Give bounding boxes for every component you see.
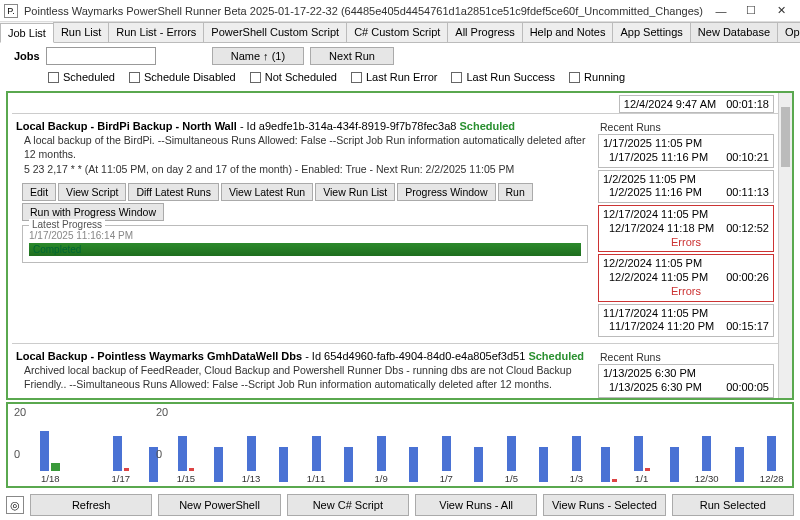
recent-run-item[interactable]: 1/2/2025 11:05 PM1/2/2025 11:16 PM00:11:… [598, 170, 774, 204]
tab-c-custom-script[interactable]: C# Custom Script [346, 22, 448, 42]
filter-last-run-success[interactable]: Last Run Success [451, 71, 555, 83]
chart-bar [113, 436, 122, 471]
chart-column [269, 432, 298, 484]
new-c-script-button[interactable]: New C# Script [287, 494, 409, 516]
chart-bar [442, 436, 451, 471]
chart-bar [612, 479, 617, 482]
chart-bar [409, 447, 418, 482]
edit-button[interactable]: Edit [22, 183, 56, 201]
prev-run-duration: 00:01:18 [726, 98, 769, 110]
tab-run-list-errors[interactable]: Run List - Errors [108, 22, 204, 42]
bottom-action-bar: ◎ RefreshNew PowerShellNew C# ScriptView… [0, 490, 800, 520]
filter-schedule-disabled[interactable]: Schedule Disabled [129, 71, 236, 83]
chart-bar [124, 468, 129, 471]
tab-job-list[interactable]: Job List [0, 23, 54, 43]
chart-x-label: 1/11 [307, 473, 326, 484]
chart-column: 1/11 [302, 421, 331, 484]
chart-column [725, 432, 754, 484]
job-button-row: EditView ScriptDiff Latest RunsView Late… [22, 183, 592, 221]
app-icon: P. [4, 4, 18, 18]
recent-runs-header: Recent Runs [598, 120, 774, 134]
view-runs-selected-button[interactable]: View Runs - Selected [543, 494, 665, 516]
chart-bar [40, 431, 49, 471]
tab-run-list[interactable]: Run List [53, 22, 109, 42]
tab-help-and-notes[interactable]: Help and Notes [522, 22, 614, 42]
screenshot-icon[interactable]: ◎ [6, 496, 24, 514]
run-button[interactable]: Run [498, 183, 533, 201]
job-schedule: 5 23 2,17 * * (At 11:05 PM, on day 2 and… [24, 163, 592, 177]
chart-yticks-left: 200 [14, 406, 26, 460]
jobs-filter-input[interactable] [46, 47, 156, 65]
job-id: - Id 654d4960-fafb-4904-84d0-e4a805ef3d5… [302, 350, 525, 362]
chart-bar [670, 447, 679, 482]
chart-column: 1/15 [172, 421, 201, 484]
chart-bar [702, 436, 711, 471]
new-database-button[interactable]: New Database [690, 22, 778, 42]
recent-run-item[interactable]: 1/17/2025 11:05 PM1/17/2025 11:16 PM00:1… [598, 134, 774, 168]
diff-latest-runs-button[interactable]: Diff Latest Runs [128, 183, 219, 201]
recent-runs-header: Recent Runs [598, 350, 774, 364]
tab-powershell-custom-script[interactable]: PowerShell Custom Script [203, 22, 347, 42]
filter-scheduled[interactable]: Scheduled [48, 71, 115, 83]
view-runs-all-button[interactable]: View Runs - All [415, 494, 537, 516]
job-id: - Id a9edfe1b-314a-434f-8919-9f7b78fec3a… [237, 120, 457, 132]
sort-button[interactable]: Name ↑ (1) [212, 47, 304, 65]
filter-not-scheduled[interactable]: Not Scheduled [250, 71, 337, 83]
chart-bar [51, 463, 60, 471]
recent-run-item[interactable]: 12/2/2024 11:05 PM12/2/2024 11:05 PM00:0… [598, 254, 774, 301]
recent-run-item[interactable]: 12/17/2024 11:05 PM12/17/2024 11:18 PM00… [598, 205, 774, 252]
chart-column [204, 432, 233, 484]
view-run-list-button[interactable]: View Run List [315, 183, 395, 201]
tab-app-settings[interactable]: App Settings [612, 22, 690, 42]
job-status: Scheduled [459, 120, 515, 132]
chart-bar [247, 436, 256, 471]
job-item[interactable]: Local Backup - Pointless Waymarks GmhDat… [12, 343, 778, 398]
chart-column [334, 432, 363, 484]
chart-x-label: 1/5 [505, 473, 518, 484]
prev-run-summary: 12/4/2024 9:47 AM 00:01:18 [619, 95, 774, 113]
chart-bar [189, 468, 194, 471]
chart-x-label: 1/18 [41, 473, 60, 484]
job-status: Scheduled [528, 350, 584, 362]
next-run-button[interactable]: Next Run [310, 47, 394, 65]
minimize-button[interactable]: — [706, 1, 736, 21]
chart-bar [601, 447, 610, 482]
chart-x-label: 12/30 [695, 473, 719, 484]
job-description: A local backup of the BirdPi. --Simultan… [24, 134, 592, 161]
recent-run-item[interactable]: 11/17/2024 11:05 PM11/17/2024 11:20 PM00… [598, 304, 774, 338]
prev-run-time: 12/4/2024 9:47 AM [624, 98, 716, 110]
chart-x-label: 12/28 [760, 473, 784, 484]
chart-x-label: 1/13 [242, 473, 261, 484]
chart-bar [645, 468, 650, 471]
new-powershell-button[interactable]: New PowerShell [158, 494, 280, 516]
chart-column [595, 432, 624, 484]
window-titlebar: P. Pointless Waymarks PowerShell Runner … [0, 0, 800, 22]
chart-column: 1/17 [107, 421, 136, 484]
filter-last-run-error[interactable]: Last Run Error [351, 71, 438, 83]
job-item[interactable]: Local Backup - BirdPi Backup - North Wal… [12, 113, 778, 343]
chart-x-label: 1/1 [635, 473, 648, 484]
view-script-button[interactable]: View Script [58, 183, 126, 201]
run-selected-button[interactable]: Run Selected [672, 494, 794, 516]
chart-bar [767, 436, 776, 471]
latest-progress-box: Latest Progress1/17/2025 11:16:14 PMComp… [22, 225, 588, 263]
chart-column: 1/18 [36, 421, 65, 484]
job-description: Archived local backup of FeedReader, Clo… [24, 364, 592, 391]
chart-column: 1/3 [562, 421, 591, 484]
close-button[interactable]: ✕ [766, 1, 796, 21]
chart-column: 1/13 [237, 421, 266, 484]
recent-run-item[interactable]: 1/13/2025 6:30 PM1/13/2025 6:30 PM00:00:… [598, 364, 774, 398]
progress-window-button[interactable]: Progress Window [397, 183, 495, 201]
chart-column: 1/7 [432, 421, 461, 484]
maximize-button[interactable]: ☐ [736, 1, 766, 21]
progress-bar: Completed [29, 243, 581, 256]
vertical-scrollbar[interactable] [778, 93, 792, 398]
recent-runs-panel: Recent Runs1/17/2025 11:05 PM1/17/2025 1… [598, 120, 774, 339]
filter-running[interactable]: Running [569, 71, 625, 83]
chart-bar [312, 436, 321, 471]
progress-time: 1/17/2025 11:16:14 PM [29, 230, 581, 241]
refresh-button[interactable]: Refresh [30, 494, 152, 516]
open-database-button[interactable]: Open Database [777, 22, 800, 42]
view-latest-run-button[interactable]: View Latest Run [221, 183, 313, 201]
tab-all-progress[interactable]: All Progress [447, 22, 522, 42]
